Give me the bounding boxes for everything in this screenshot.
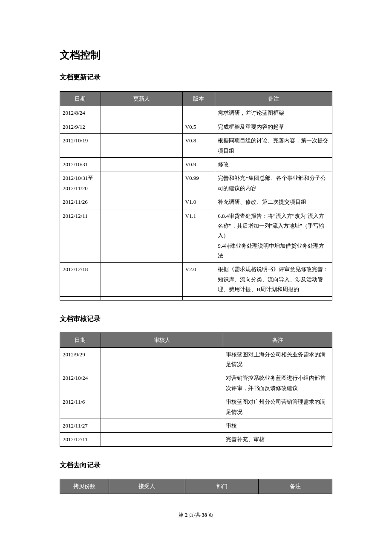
cell-remark: 完善补充、审核 (223, 433, 332, 446)
page-footer: 第 2 页/共 38 页 (60, 511, 332, 519)
cell-date: 2012/9/12 (60, 120, 101, 133)
table-row: 2012/10/19V0.8根据同项目组的讨论、完善内容，第一次提交项目组 (60, 134, 332, 158)
distribution-table: 拷贝份数 接受人 部门 备注 (60, 479, 332, 494)
cell-date (60, 296, 101, 300)
cell-version: V2.0 (182, 263, 215, 296)
section-heading-update: 文档更新记录 (60, 72, 332, 83)
cell-reviewer (101, 419, 223, 432)
cell-date: 2012/11/27 (60, 419, 101, 432)
table-row: 2012/9/12V0.5完成框架及重要内容的起草 (60, 120, 332, 133)
table-row: 2012/11/27审核 (60, 419, 332, 432)
cell-version: V0.9 (182, 157, 215, 171)
cell-updater (101, 134, 182, 158)
review-table: 日期 审核人 备注 2012/9/29审核蓝图对上海分公司相关业务需求的满足情况… (60, 332, 332, 447)
header-reviewer: 审核人 (101, 333, 223, 347)
cell-updater (101, 263, 182, 296)
cell-remark: 审核蓝图对上海分公司相关业务需求的满足情况 (223, 347, 332, 371)
table-header-row: 日期 更新人 版本 备注 (60, 91, 332, 106)
update-table: 日期 更新人 版本 备注 2012/8/24需求调研，并讨论蓝图框架2012/9… (60, 91, 332, 301)
cell-version: V1.1 (182, 209, 215, 263)
table-header-row: 日期 审核人 备注 (60, 333, 332, 347)
header-copies: 拷贝份数 (60, 479, 109, 494)
cell-updater (101, 106, 182, 120)
cell-date: 2012/12/18 (60, 263, 101, 296)
cell-remark: 审核 (223, 419, 332, 432)
cell-remark: 审核蓝图对广州分公司营销管理需求的满足情况 (223, 395, 332, 419)
table-row (60, 296, 332, 300)
cell-updater (101, 195, 182, 209)
table-row: 2012/11/26V1.0补充调研、修改、第二次提交项目组 (60, 195, 332, 209)
cell-version: V0.8 (182, 134, 215, 158)
table-row: 2012/12/18V2.0根据《需求规格说明书》评审意见修改完善：知识库、流向… (60, 263, 332, 296)
cell-updater (101, 157, 182, 171)
page-title: 文档控制 (60, 47, 332, 63)
cell-updater (101, 296, 182, 300)
cell-remark: 根据同项目组的讨论、完善内容，第一次提交项目组 (215, 134, 332, 158)
cell-remark: 完善和补充*集团总部、各个事业部和分子公司的建议的内容 (215, 171, 332, 195)
table-header-row: 拷贝份数 接受人 部门 备注 (60, 479, 332, 494)
cell-date: 2012/9/29 (60, 347, 101, 371)
cell-date: 2012/10/19 (60, 134, 101, 158)
cell-version: V1.0 (182, 195, 215, 209)
footer-middle: 页/共 (187, 512, 202, 518)
table-row: 2012/8/24需求调研，并讨论蓝图框架 (60, 106, 332, 120)
footer-suffix: 页 (207, 512, 213, 518)
cell-date: 2012/11/26 (60, 195, 101, 209)
header-updater: 更新人 (101, 91, 182, 106)
header-remark: 备注 (223, 333, 332, 347)
table-row: 2012/9/29审核蓝图对上海分公司相关业务需求的满足情况 (60, 347, 332, 371)
cell-reviewer (101, 371, 223, 395)
table-row: 2012/10/31V0.9修改 (60, 157, 332, 171)
table-row: 2012/11/6审核蓝图对广州分公司营销管理需求的满足情况 (60, 395, 332, 419)
header-remark: 备注 (215, 91, 332, 106)
cell-remark: 对营销管控系统业务蓝图进行小组内部首次评审，并书面反馈修改建议 (223, 371, 332, 395)
cell-updater (101, 120, 182, 133)
cell-updater (101, 171, 182, 195)
cell-version (182, 296, 215, 300)
section-heading-review: 文档审核记录 (60, 313, 332, 324)
header-remark: 备注 (259, 479, 332, 494)
header-receiver: 接受人 (109, 479, 185, 494)
cell-date: 2012/10/24 (60, 371, 101, 395)
cell-reviewer (101, 395, 223, 419)
header-date: 日期 (60, 91, 101, 106)
cell-remark: 补充调研、修改、第二次提交项目组 (215, 195, 332, 209)
cell-date: 2012/12/11 (60, 433, 101, 446)
cell-version: V0.5 (182, 120, 215, 133)
cell-date: 2012/8/24 (60, 106, 101, 120)
footer-total-pages: 38 (202, 512, 207, 518)
header-date: 日期 (60, 333, 101, 347)
cell-remark (215, 296, 332, 300)
cell-version (182, 106, 215, 120)
table-row: 2012/12/11完善补充、审核 (60, 433, 332, 446)
cell-remark: 根据《需求规格说明书》评审意见修改完善：知识库、流向分类、流向导入、涉及活动管理… (215, 263, 332, 296)
cell-version: V0.99 (182, 171, 215, 195)
cell-reviewer (101, 347, 223, 371)
cell-date: 2012/10/31 (60, 157, 101, 171)
footer-prefix: 第 (179, 512, 185, 518)
cell-remark: 需求调研，并讨论蓝图框架 (215, 106, 332, 120)
cell-remark: 修改 (215, 157, 332, 171)
table-row: 2012/12/11V1.16.8.4审货查处报告：将"流入方"改为"流入方名称… (60, 209, 332, 263)
cell-date: 2012/10/31至2012/11/20 (60, 171, 101, 195)
table-row: 2012/10/24对营销管控系统业务蓝图进行小组内部首次评审，并书面反馈修改建… (60, 371, 332, 395)
cell-reviewer (101, 433, 223, 446)
header-version: 版本 (182, 91, 215, 106)
cell-date: 2012/11/6 (60, 395, 101, 419)
table-row: 2012/10/31至2012/11/20V0.99完善和补充*集团总部、各个事… (60, 171, 332, 195)
cell-updater (101, 209, 182, 263)
cell-remark: 完成框架及重要内容的起草 (215, 120, 332, 133)
section-heading-distribution: 文档去向记录 (60, 460, 332, 471)
cell-remark: 6.8.4审货查处报告：将"流入方"改为"流入方名称"，其后增加一列"流入方地址… (215, 209, 332, 263)
cell-date: 2012/12/11 (60, 209, 101, 263)
header-dept: 部门 (185, 479, 259, 494)
